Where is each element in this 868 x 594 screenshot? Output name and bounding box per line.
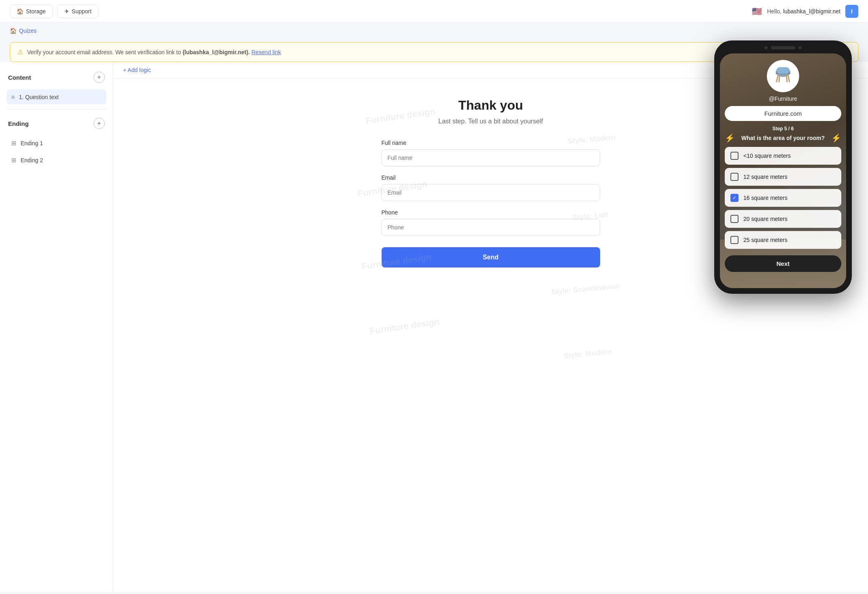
checkbox-3: ✓ [730, 194, 739, 202]
home-icon: 🏠 [10, 28, 17, 34]
option-1-label: <10 square meters [743, 153, 791, 159]
storage-button[interactable]: 🏠 Storage [10, 4, 53, 18]
add-content-button[interactable]: + [93, 72, 105, 83]
chair-icon [771, 64, 795, 88]
phone-website-pill: Furniture.com [725, 106, 841, 121]
question-item-label: 1. Question text [19, 94, 59, 100]
avatar: I [845, 5, 858, 18]
phone-option-4[interactable]: 20 square meters [725, 210, 841, 228]
phone-option-5[interactable]: 25 square meters [725, 231, 841, 249]
send-button[interactable]: Send [382, 247, 600, 267]
breadcrumb: 🏠 Quizes [0, 23, 868, 39]
notch-pill [771, 46, 795, 49]
content-section-header: Content + [6, 68, 106, 86]
add-ending-button[interactable]: + [93, 118, 105, 129]
full-name-label: Full name [382, 140, 600, 146]
ending1-icon: ⊞ [11, 140, 17, 147]
right-arrow-icon: ⚡ [831, 133, 841, 143]
phone-screen: @Furniture Furniture.com Step 5 / 6 ⚡ Wh… [720, 53, 846, 288]
notch-dot-1 [764, 46, 768, 49]
nav-left: 🏠 Storage ✈ Support [10, 4, 98, 18]
email-field: Email [382, 174, 600, 201]
list-icon: ≡ [11, 93, 15, 100]
sidebar: Content + ≡ 1. Question text Ending + ⊞ … [0, 62, 113, 592]
email-input[interactable] [382, 184, 600, 201]
user-email: lubashka_l@bigmir.net [783, 8, 840, 15]
checkbox-1 [730, 152, 739, 160]
phone-field: Phone [382, 209, 600, 236]
sidebar-item-ending1[interactable]: ⊞ Ending 1 [6, 136, 106, 151]
phone-step: Step 5 / 6 [725, 126, 841, 132]
content-label: Content [8, 74, 31, 81]
full-name-field: Full name [382, 140, 600, 166]
support-label: Support [72, 8, 91, 15]
resend-link[interactable]: Resend link [251, 49, 281, 55]
svg-rect-2 [777, 67, 789, 74]
svg-line-3 [777, 74, 778, 82]
option-2-label: 12 square meters [743, 174, 787, 180]
spacer [725, 143, 841, 147]
svg-line-4 [788, 74, 789, 82]
ending-label: Ending [8, 120, 29, 127]
form-preview: Furniture design Style: Modern Furniture… [349, 78, 632, 287]
form-subtitle: Last step. Tell us a bit about yourself [382, 118, 600, 125]
support-button[interactable]: ✈ Support [57, 4, 98, 18]
sidebar-item-question[interactable]: ≡ 1. Question text [6, 89, 106, 104]
banner-text: Verify your account email address. We se… [27, 49, 281, 55]
add-logic-label: + Add logic [123, 67, 151, 73]
ending1-label: Ending 1 [21, 140, 43, 146]
nav-right: 🇺🇸 Hello, lubashka_l@bigmir.net I [752, 5, 858, 18]
checkbox-4 [730, 215, 739, 223]
storage-icon: 🏠 [17, 8, 23, 15]
top-nav: 🏠 Storage ✈ Support 🇺🇸 Hello, lubashka_l… [0, 0, 868, 23]
svg-line-6 [786, 74, 787, 82]
phone-options: <10 square meters 12 square meters ✓ 16 … [725, 147, 841, 249]
phone-content: @Furniture Furniture.com Step 5 / 6 ⚡ Wh… [720, 53, 846, 278]
option-3-label: 16 square meters [743, 195, 787, 201]
notch-dot-2 [798, 46, 802, 49]
watermark-8: Style: Modern [564, 348, 612, 360]
form-title: Thank you [382, 98, 600, 113]
checkbox-5 [730, 236, 739, 244]
phone-brand-circle [767, 60, 799, 92]
phone-next-button[interactable]: Next [725, 255, 841, 272]
watermark-6: Style: Scandinavian [551, 282, 620, 297]
phone-notch-bar [720, 46, 846, 49]
phone-label: Phone [382, 209, 600, 216]
watermark-7: Furniture design [369, 316, 440, 337]
email-label: Email [382, 174, 600, 181]
left-arrow-icon: ⚡ [725, 133, 735, 143]
full-name-input[interactable] [382, 149, 600, 166]
phone-brand-name: @Furniture [725, 95, 841, 102]
hello-text: Hello, lubashka_l@bigmir.net [767, 8, 840, 15]
storage-label: Storage [26, 8, 46, 15]
phone-input[interactable] [382, 219, 600, 236]
phone-mockup: @Furniture Furniture.com Step 5 / 6 ⚡ Wh… [714, 40, 852, 294]
ending-section-header: Ending + [6, 115, 106, 132]
option-4-label: 20 square meters [743, 216, 787, 222]
phone-option-1[interactable]: <10 square meters [725, 147, 841, 165]
support-icon: ✈ [64, 8, 69, 15]
option-5-label: 25 square meters [743, 237, 787, 243]
svg-line-5 [779, 74, 780, 82]
ending2-icon: ⊞ [11, 157, 17, 164]
phone-outer: @Furniture Furniture.com Step 5 / 6 ⚡ Wh… [714, 40, 852, 294]
checkbox-2 [730, 173, 739, 181]
warning-icon: ⚠ [17, 48, 23, 56]
phone-question: What is the area of your room? [738, 135, 828, 141]
phone-arrows: ⚡ What is the area of your room? ⚡ [725, 133, 841, 143]
sidebar-divider [6, 109, 106, 110]
flag-icon: 🇺🇸 [752, 6, 762, 16]
ending2-label: Ending 2 [21, 157, 43, 163]
phone-option-2[interactable]: 12 square meters [725, 168, 841, 186]
sidebar-item-ending2[interactable]: ⊞ Ending 2 [6, 153, 106, 168]
breadcrumb-label[interactable]: Quizes [19, 28, 37, 34]
phone-option-3[interactable]: ✓ 16 square meters [725, 189, 841, 207]
